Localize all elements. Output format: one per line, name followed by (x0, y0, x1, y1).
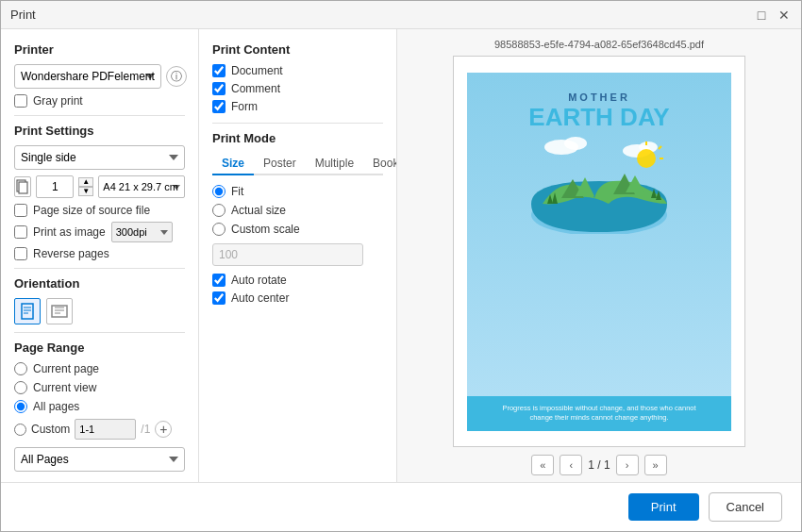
paper-size-select[interactable]: A4 21 x 29.7 cm Letter A3 (98, 175, 185, 198)
tab-poster[interactable]: Poster (254, 153, 306, 175)
close-button[interactable]: ✕ (777, 8, 792, 23)
landscape-button[interactable] (46, 298, 73, 324)
copies-row: ▲ ▼ A4 21 x 29.7 cm Letter A3 (14, 175, 185, 198)
current-view-label: Current view (33, 381, 96, 394)
duplex-select[interactable]: Single side Both sides (Flip on long edg… (14, 145, 185, 170)
printer-select[interactable]: Wondershare PDFelement (14, 64, 161, 89)
printer-section-title: Printer (14, 42, 185, 57)
tab-booklet[interactable]: Booklet (363, 153, 397, 175)
dpi-select[interactable]: 300dpi 150dpi 600dpi (111, 222, 173, 242)
form-checkbox[interactable] (212, 100, 226, 113)
svg-rect-2 (22, 304, 33, 319)
custom-range-input[interactable] (75, 419, 136, 440)
cancel-button[interactable]: Cancel (709, 492, 782, 522)
poster-top: MOTHER EARTH DAY (467, 73, 731, 396)
nav-page-info: 1 / 1 (588, 458, 610, 472)
nav-last-button[interactable]: » (644, 455, 667, 475)
auto-center-checkbox[interactable] (212, 291, 226, 305)
svg-rect-1 (19, 182, 27, 193)
auto-center-label: Auto center (231, 291, 289, 305)
tab-multiple[interactable]: Multiple (306, 153, 363, 175)
add-page-button[interactable]: + (155, 421, 172, 438)
current-page-label: Current page (33, 362, 99, 375)
actual-size-label: Actual size (231, 204, 286, 217)
print-button[interactable]: Print (628, 493, 699, 521)
page-total-label: /1 (141, 423, 150, 436)
divider-1 (14, 115, 185, 116)
page-icon (14, 176, 31, 197)
scale-input-row (212, 243, 383, 266)
reverse-pages-row: Reverse pages (14, 247, 185, 260)
document-row: Document (212, 64, 383, 77)
copies-down-button[interactable]: ▼ (78, 187, 93, 196)
radio-actual-size: Actual size (212, 204, 383, 217)
print-content-title: Print Content (212, 42, 383, 57)
fit-label: Fit (231, 185, 243, 198)
auto-rotate-label: Auto rotate (231, 274, 287, 287)
print-mode-tabs: Size Poster Multiple Booklet (212, 153, 383, 175)
scale-input[interactable] (212, 243, 363, 266)
print-as-image-checkbox[interactable] (14, 225, 27, 239)
print-settings-title: Print Settings (14, 124, 185, 138)
radio-all-pages: All pages (14, 400, 185, 413)
custom-label: Custom (31, 423, 70, 436)
print-content-section: Document Comment Form (212, 64, 383, 113)
auto-center-row: Auto center (212, 291, 383, 305)
auto-rotate-checkbox[interactable] (212, 274, 226, 287)
print-as-image-label: Print as image (33, 225, 106, 239)
form-row: Form (212, 100, 383, 113)
radio-custom-scale-input[interactable] (212, 223, 226, 236)
copies-up-button[interactable]: ▲ (78, 177, 93, 187)
globe-svg (524, 130, 675, 234)
auto-rotate-row: Auto rotate (212, 274, 383, 287)
radio-all-pages-input[interactable] (14, 400, 27, 413)
radio-current-page-input[interactable] (14, 362, 27, 375)
page-size-source-checkbox[interactable] (14, 204, 27, 217)
nav-next-button[interactable]: › (616, 455, 639, 475)
nav-first-button[interactable]: « (531, 455, 554, 475)
nav-prev-button[interactable]: ‹ (560, 455, 582, 475)
comment-checkbox[interactable] (212, 82, 226, 95)
poster-bottom: Progress is impossible without change, a… (467, 396, 731, 431)
right-panel: 98588853-e5fe-4794-a082-65ef3648cd45.pdf… (397, 29, 801, 482)
minimize-button[interactable]: □ (754, 8, 769, 23)
gray-print-checkbox[interactable] (14, 94, 27, 108)
window-body: Printer Wondershare PDFelement ⓘ Gray pr… (1, 29, 801, 482)
poster-quote: Progress is impossible without change, a… (476, 404, 722, 424)
custom-row: Custom /1 + (14, 419, 185, 440)
page-size-source-label: Page size of source file (33, 204, 150, 217)
dialog-title: Print (10, 8, 36, 22)
radio-current-page: Current page (14, 362, 185, 375)
printer-row: Wondershare PDFelement ⓘ (14, 64, 185, 89)
poster-mother-text: MOTHER (568, 90, 630, 104)
bottom-bar: Print Cancel (1, 482, 801, 531)
document-checkbox[interactable] (212, 64, 226, 77)
title-bar-controls: □ ✕ (754, 8, 792, 23)
comment-label: Comment (231, 82, 280, 95)
comment-row: Comment (212, 82, 383, 95)
orientation-row (14, 298, 185, 324)
divider-4 (212, 123, 383, 124)
page-size-source-row: Page size of source file (14, 204, 185, 217)
svg-point-23 (637, 149, 656, 168)
radio-actual-size-input[interactable] (212, 204, 226, 217)
radio-custom-input[interactable] (14, 424, 26, 436)
radio-fit-input[interactable] (212, 185, 226, 198)
reverse-pages-checkbox[interactable] (14, 247, 27, 260)
subset-select[interactable]: All Pages Odd Pages Even Pages (14, 447, 185, 472)
radio-current-view-input[interactable] (14, 381, 27, 394)
copies-input[interactable] (36, 175, 74, 198)
portrait-button[interactable] (14, 298, 41, 324)
print-dialog: Print □ ✕ Printer Wondershare PDFelement… (0, 0, 802, 532)
size-options-group: Fit Actual size Custom scale (212, 185, 383, 236)
radio-fit: Fit (212, 185, 383, 198)
custom-scale-label: Custom scale (231, 223, 300, 236)
orientation-title: Orientation (14, 276, 185, 291)
svg-point-11 (564, 137, 587, 150)
printer-info-button[interactable]: ⓘ (166, 66, 187, 87)
print-mode-title: Print Mode (212, 131, 383, 145)
reverse-pages-label: Reverse pages (33, 247, 109, 260)
all-pages-label: All pages (33, 400, 79, 413)
document-label: Document (231, 64, 283, 77)
tab-size[interactable]: Size (212, 153, 254, 175)
